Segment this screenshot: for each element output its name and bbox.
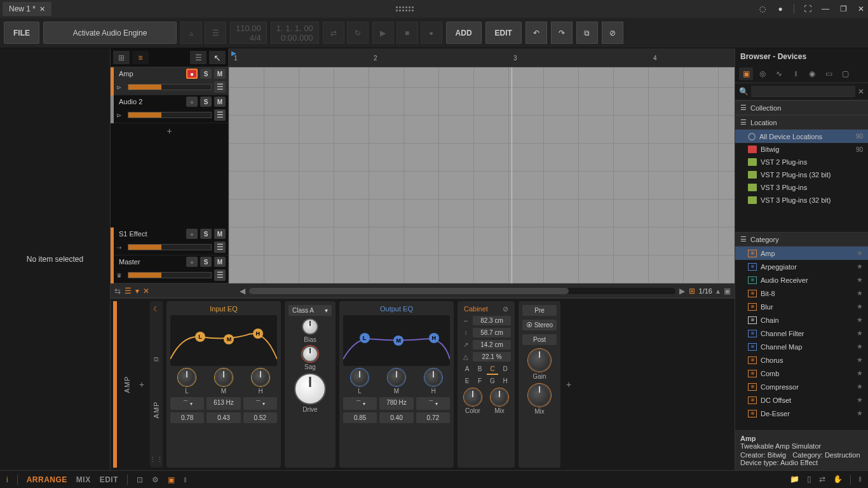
clip-launcher-tab[interactable]: ⊞	[113, 51, 130, 64]
mute-button[interactable]: M	[214, 69, 226, 79]
output-eq-low-knob[interactable]	[351, 369, 369, 386]
add-device-left[interactable]: +	[137, 301, 146, 468]
timeline[interactable]: ▶ 1 2 3 4	[229, 48, 735, 283]
favorite-icon[interactable]: ★	[857, 262, 863, 271]
sag-knob[interactable]	[302, 346, 318, 362]
output-eq-high-val[interactable]: 0.72	[416, 412, 450, 423]
device-preset-icon[interactable]: ⧉	[154, 355, 159, 363]
arranger-tab[interactable]: ≡	[132, 51, 149, 64]
volume-slider[interactable]	[128, 244, 212, 250]
scroll-right-icon[interactable]: ▶	[679, 287, 685, 295]
close-tab-icon[interactable]: ✕	[39, 5, 45, 13]
mute-button[interactable]: M	[214, 97, 226, 107]
device-item[interactable]: ≋Blur★	[735, 300, 868, 313]
favorite-icon[interactable]: ★	[857, 369, 863, 377]
high-shape-select[interactable]: ⌒	[243, 397, 277, 410]
add-device-right[interactable]: +	[564, 301, 573, 468]
panel-toggle-1[interactable]: ⊡	[137, 475, 143, 484]
input-eq-graph[interactable]: L M H	[170, 315, 277, 366]
favorite-icon[interactable]: ★	[857, 289, 863, 297]
panel-toggle-icon[interactable]: ▣	[724, 287, 731, 295]
footer-hand-icon[interactable]: ✋	[833, 475, 843, 485]
out-high-shape-select[interactable]: ⌒	[416, 397, 450, 410]
automation-read-icon[interactable]: ↻	[347, 22, 369, 44]
record-arm-button[interactable]: ●	[186, 69, 198, 79]
pre-button[interactable]: Pre	[522, 305, 557, 316]
location-vst2-32[interactable]: VST 2 Plug-ins (32 bit)	[735, 168, 868, 181]
track-s1-effect[interactable]: S1 Effect ● S M ⇢ ☰	[114, 227, 228, 255]
device-item[interactable]: ≋Channel Filter★	[735, 327, 868, 340]
drive-knob[interactable]	[294, 373, 326, 405]
close-window-icon[interactable]: ✕	[857, 4, 865, 13]
track-menu-icon[interactable]: ☰	[214, 269, 226, 281]
scroll-left-icon[interactable]: ◀	[240, 287, 245, 295]
cab-e[interactable]: E	[461, 376, 473, 386]
input-eq-mid-val[interactable]: 0.43	[207, 412, 240, 423]
maximize-icon[interactable]: ❐	[839, 4, 848, 13]
clear-search-icon[interactable]: ✕	[858, 87, 864, 96]
output-eq-graph[interactable]: L M H	[343, 315, 450, 366]
device-item[interactable]: ≋Channel Map★	[735, 340, 868, 353]
device-item[interactable]: ≋Comb★	[735, 367, 868, 380]
record-arm-button[interactable]: ●	[186, 97, 198, 107]
automation-write-icon[interactable]: ⇄	[323, 22, 344, 44]
location-vst3[interactable]: VST 3 Plug-ins	[735, 181, 868, 194]
zoom-up-icon[interactable]: ▴	[716, 287, 720, 295]
cab-c[interactable]: C	[487, 364, 498, 375]
fullscreen-icon[interactable]: ⛶	[803, 4, 812, 13]
mix-knob[interactable]	[528, 384, 551, 407]
eq-node-low[interactable]: L	[195, 332, 205, 342]
edit-button[interactable]: EDIT	[485, 22, 522, 44]
bias-knob[interactable]	[302, 318, 318, 335]
panel-toggle-4[interactable]: ⦀	[184, 475, 187, 484]
add-button[interactable]: ADD	[446, 22, 482, 44]
zoom-tool-icon[interactable]: ⊞	[689, 287, 695, 295]
cab-height[interactable]: 58.7 cm	[473, 328, 511, 337]
footer-page-icon[interactable]: ▯	[807, 475, 811, 485]
record-icon[interactable]: ●	[421, 22, 442, 44]
panel-toggle-2[interactable]: ⚙	[152, 475, 159, 484]
track-audio2[interactable]: Audio 2 ● S M ⊳ ☰	[114, 95, 228, 123]
delete-icon[interactable]: ⊘	[602, 22, 623, 44]
favorite-icon[interactable]: ★	[857, 383, 863, 391]
zoom-level[interactable]: 1/16	[699, 287, 712, 295]
output-eq-mid-val[interactable]: 0.40	[379, 412, 413, 423]
clipboard-icon[interactable]: ⧉	[576, 22, 598, 44]
device-item[interactable]: ≋Compressor★	[735, 380, 868, 393]
favorite-icon[interactable]: ★	[857, 409, 863, 417]
prelisten-icon[interactable]: ☰	[205, 22, 226, 44]
activate-engine-button[interactable]: Activate Audio Engine	[43, 22, 177, 44]
minimize-icon[interactable]: —	[821, 4, 830, 13]
input-eq-mid-knob[interactable]	[215, 369, 233, 386]
favorite-icon[interactable]: ★	[857, 302, 863, 311]
gain-knob[interactable]	[528, 349, 551, 372]
stereo-button[interactable]: ⦿ Stereo	[522, 320, 557, 330]
input-eq-high-val[interactable]: 0.52	[243, 412, 277, 423]
track-amp[interactable]: Amp ● S M ⊳ ☰	[114, 67, 228, 95]
output-eq-high-knob[interactable]	[424, 369, 442, 386]
post-button[interactable]: Post	[522, 334, 557, 345]
location-vst3-32[interactable]: VST 3 Plug-ins (32 bit)	[735, 194, 868, 207]
amp-class-select[interactable]: Class A▾	[288, 305, 332, 316]
input-eq-high-knob[interactable]	[252, 369, 269, 386]
track-menu-icon[interactable]: ☰	[214, 241, 226, 253]
footer-mappings-icon[interactable]: ⇄	[819, 475, 825, 485]
favorite-icon[interactable]: ★	[857, 249, 863, 257]
cab-h[interactable]: H	[499, 376, 511, 386]
cab-d[interactable]: D	[499, 364, 511, 375]
location-section[interactable]: ☰Location	[735, 115, 868, 130]
volume-slider[interactable]	[128, 272, 212, 278]
edit-tab[interactable]: EDIT	[100, 475, 118, 484]
cab-mix-knob[interactable]	[491, 388, 508, 406]
favorite-icon[interactable]: ★	[857, 342, 863, 351]
browser-tab-devices[interactable]: ▣	[739, 67, 753, 80]
browser-tab-files[interactable]: ▭	[822, 67, 836, 80]
favorite-icon[interactable]: ★	[857, 356, 863, 364]
out-mid-freq-value[interactable]: 780 Hz	[379, 397, 413, 410]
favorite-icon[interactable]: ★	[857, 316, 863, 324]
input-eq-low-knob[interactable]	[178, 369, 196, 386]
cab-a[interactable]: A	[461, 364, 473, 375]
eq-node-mid[interactable]: M	[393, 336, 403, 346]
info-icon[interactable]: i	[6, 475, 8, 484]
undo-icon[interactable]: ↶	[526, 22, 547, 44]
